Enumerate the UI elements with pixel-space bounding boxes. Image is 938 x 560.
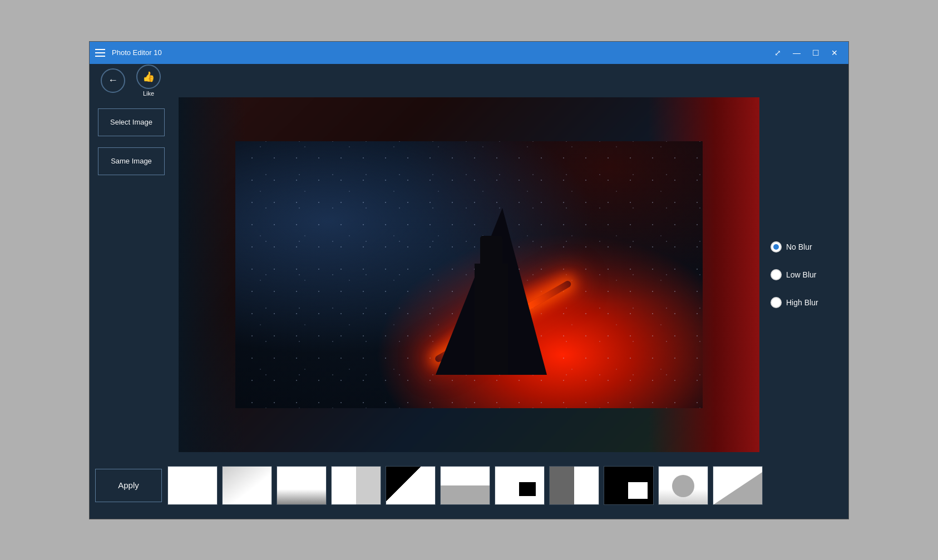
left-panel: Select Image Same Image (90, 97, 179, 452)
like-button[interactable]: 👍 (136, 65, 161, 89)
filter-thumbnails (167, 466, 763, 505)
filter-thumb-1[interactable] (167, 466, 218, 505)
high-blur-label: High Blur (786, 298, 818, 307)
back-button[interactable]: ← (101, 68, 125, 93)
apply-button[interactable]: Apply (95, 469, 162, 502)
like-label: Like (143, 90, 154, 97)
resize-button[interactable]: ⤢ (769, 44, 786, 61)
content-area: Select Image Same Image (90, 97, 848, 452)
filter-thumb-3[interactable] (277, 466, 327, 505)
no-blur-label: No Blur (786, 242, 812, 251)
maximize-button[interactable]: ☐ (807, 44, 824, 61)
filter-thumb-11[interactable] (713, 466, 763, 505)
like-container: 👍 Like (136, 65, 161, 97)
filter-thumb-9[interactable] (604, 466, 654, 505)
low-blur-label: Low Blur (786, 270, 816, 279)
select-image-button[interactable]: Select Image (98, 108, 165, 136)
main-photo (235, 141, 703, 408)
high-blur-radio[interactable] (771, 297, 782, 308)
high-blur-option[interactable]: High Blur (771, 297, 818, 308)
filter-thumb-10[interactable] (658, 466, 708, 505)
no-blur-option[interactable]: No Blur (771, 241, 812, 252)
filter-thumb-2[interactable] (222, 466, 272, 505)
filter-thumb-5[interactable] (386, 466, 436, 505)
toolbar: ← 👍 Like (90, 64, 848, 97)
close-button[interactable]: ✕ (826, 44, 843, 61)
filter-thumb-6[interactable] (440, 466, 490, 505)
figure (436, 186, 547, 375)
same-image-button[interactable]: Same Image (98, 147, 165, 175)
low-blur-radio[interactable] (771, 269, 782, 280)
filter-thumb-7[interactable] (495, 466, 545, 505)
image-area (179, 97, 759, 452)
window-title: Photo Editor 10 (112, 48, 769, 57)
hamburger-menu[interactable] (95, 47, 106, 58)
filter-thumb-8[interactable] (549, 466, 599, 505)
window-controls: ⤢ — ☐ ✕ (769, 44, 843, 61)
figure-head (480, 236, 502, 264)
app-window: Photo Editor 10 ⤢ — ☐ ✕ ← 👍 Like Select … (89, 41, 849, 519)
filter-thumb-4[interactable] (331, 466, 381, 505)
right-panel: No Blur Low Blur High Blur (759, 97, 848, 452)
bottom-area: Apply (90, 452, 848, 519)
main-content: Select Image Same Image (90, 97, 848, 519)
no-blur-radio[interactable] (771, 241, 782, 252)
figure-scene (235, 141, 703, 408)
titlebar: Photo Editor 10 ⤢ — ☐ ✕ (90, 42, 848, 64)
figure-body (475, 264, 508, 375)
low-blur-option[interactable]: Low Blur (771, 269, 816, 280)
minimize-button[interactable]: — (788, 44, 805, 61)
